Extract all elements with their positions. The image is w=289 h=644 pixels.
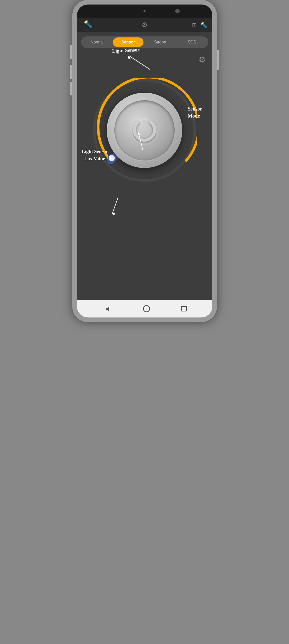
camera-dot bbox=[175, 9, 180, 13]
header-right: ⊞ 🔦 bbox=[192, 22, 207, 28]
flashlight-underline bbox=[82, 29, 94, 29]
svg-line-4 bbox=[129, 56, 150, 69]
power-button[interactable] bbox=[107, 93, 182, 168]
tab-strobe[interactable]: Strobe bbox=[145, 37, 175, 47]
recents-button[interactable] bbox=[181, 306, 187, 311]
tab-sos[interactable]: SOS bbox=[177, 37, 207, 47]
grid-icon[interactable]: ⊞ bbox=[192, 22, 197, 28]
power-button-inner bbox=[114, 100, 175, 160]
annotation-light-sensor-header: Light Sensor bbox=[112, 47, 140, 54]
app-wrapper: 🔦 ⚙ ⊞ 🔦 Normal Sensor Str bbox=[77, 18, 212, 317]
speaker-dot bbox=[143, 10, 146, 12]
mode-tabs-container: Normal Sensor Strobe SOS bbox=[81, 36, 208, 48]
flashlight-header-icon[interactable]: 🔦 bbox=[82, 21, 94, 29]
settings-gear-header-icon[interactable]: ⚙ bbox=[142, 21, 148, 29]
annotation-lux-value: Light Sensor Lux Value bbox=[82, 148, 108, 162]
tab-divider-1 bbox=[144, 39, 144, 45]
annotation-sensor-mode: SensorMode bbox=[188, 105, 202, 119]
bottom-nav: ◀ bbox=[77, 300, 212, 317]
tab-normal[interactable]: Normal bbox=[82, 37, 113, 47]
back-button[interactable]: ◀ bbox=[103, 303, 112, 314]
home-button[interactable] bbox=[143, 305, 150, 312]
settings-gear-main-icon[interactable]: ⚙ bbox=[199, 55, 206, 65]
svg-line-8 bbox=[112, 197, 118, 214]
top-bezel bbox=[77, 5, 212, 18]
header-bar: 🔦 ⚙ ⊞ 🔦 bbox=[77, 18, 212, 32]
svg-marker-5 bbox=[127, 56, 130, 59]
main-area: ⚙ bbox=[77, 50, 212, 300]
svg-point-1 bbox=[108, 154, 115, 162]
header-center: ⚙ bbox=[142, 21, 148, 29]
phone-screen: 🔦 ⚙ ⊞ 🔦 Normal Sensor Str bbox=[77, 5, 212, 317]
tab-divider-2 bbox=[176, 39, 176, 45]
power-icon-svg bbox=[129, 115, 160, 145]
filter-icon[interactable]: 🔦 bbox=[201, 22, 207, 28]
tab-sensor[interactable]: Sensor bbox=[113, 37, 143, 47]
phone-device: 🔦 ⚙ ⊞ 🔦 Normal Sensor Str bbox=[72, 0, 217, 322]
dial-container bbox=[92, 78, 197, 183]
flashlight-beam-icon: 🔦 bbox=[84, 21, 92, 28]
svg-marker-9 bbox=[112, 212, 115, 216]
app-content: 🔦 ⚙ ⊞ 🔦 Normal Sensor Str bbox=[77, 18, 212, 300]
